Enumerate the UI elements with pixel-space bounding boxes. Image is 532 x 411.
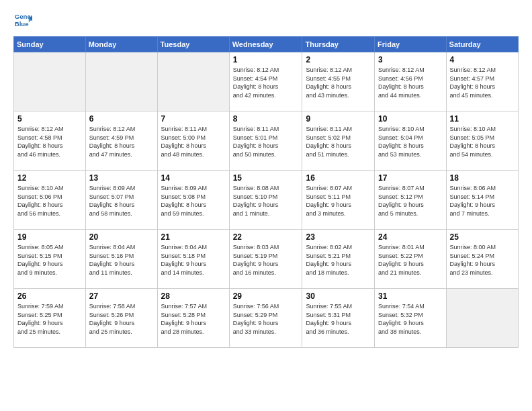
day-info: Sunrise: 8:11 AM Sunset: 5:00 PM Dayligh… (161, 125, 226, 158)
calendar-cell: 30Sunrise: 7:55 AM Sunset: 5:31 PM Dayli… (302, 289, 375, 348)
day-info: Sunrise: 8:12 AM Sunset: 4:55 PM Dayligh… (306, 66, 371, 99)
col-header-thursday: Thursday (302, 37, 375, 52)
calendar-cell (446, 289, 518, 348)
day-number: 27 (89, 291, 154, 301)
calendar-cell: 16Sunrise: 8:07 AM Sunset: 5:11 PM Dayli… (302, 171, 375, 230)
day-info: Sunrise: 8:06 AM Sunset: 5:14 PM Dayligh… (450, 184, 515, 218)
day-info: Sunrise: 8:11 AM Sunset: 5:02 PM Dayligh… (306, 125, 371, 158)
calendar-cell: 22Sunrise: 8:03 AM Sunset: 5:19 PM Dayli… (229, 230, 302, 289)
day-number: 6 (89, 114, 154, 124)
day-info: Sunrise: 8:12 AM Sunset: 4:59 PM Dayligh… (89, 125, 154, 158)
calendar-cell: 21Sunrise: 8:04 AM Sunset: 5:18 PM Dayli… (157, 230, 229, 289)
calendar-cell: 11Sunrise: 8:10 AM Sunset: 5:05 PM Dayli… (446, 111, 518, 171)
calendar-week-3: 19Sunrise: 8:05 AM Sunset: 5:15 PM Dayli… (14, 230, 519, 289)
day-number: 5 (17, 114, 82, 124)
day-info: Sunrise: 7:54 AM Sunset: 5:32 PM Dayligh… (378, 302, 442, 336)
calendar-week-2: 12Sunrise: 8:10 AM Sunset: 5:06 PM Dayli… (14, 171, 519, 230)
logo-icon: General Blue (13, 11, 32, 30)
day-number: 14 (161, 173, 226, 183)
day-number: 24 (378, 232, 442, 242)
calendar-week-4: 26Sunrise: 7:59 AM Sunset: 5:25 PM Dayli… (14, 289, 519, 348)
day-number: 22 (233, 232, 299, 242)
calendar-cell: 26Sunrise: 7:59 AM Sunset: 5:25 PM Dayli… (14, 289, 86, 348)
day-info: Sunrise: 8:04 AM Sunset: 5:18 PM Dayligh… (161, 243, 226, 277)
day-number: 17 (378, 173, 442, 183)
svg-text:Blue: Blue (15, 20, 29, 28)
calendar-cell: 18Sunrise: 8:06 AM Sunset: 5:14 PM Dayli… (446, 171, 518, 230)
day-info: Sunrise: 7:56 AM Sunset: 5:29 PM Dayligh… (233, 302, 299, 336)
day-info: Sunrise: 8:02 AM Sunset: 5:21 PM Dayligh… (306, 243, 371, 277)
day-info: Sunrise: 8:12 AM Sunset: 4:57 PM Dayligh… (450, 66, 515, 99)
day-info: Sunrise: 8:07 AM Sunset: 5:11 PM Dayligh… (306, 184, 371, 218)
day-number: 9 (306, 114, 371, 124)
col-header-wednesday: Wednesday (229, 37, 302, 52)
day-info: Sunrise: 8:12 AM Sunset: 4:56 PM Dayligh… (378, 66, 442, 99)
day-number: 7 (161, 114, 226, 124)
calendar-cell (85, 52, 157, 111)
day-info: Sunrise: 8:12 AM Sunset: 4:54 PM Dayligh… (233, 66, 299, 99)
page: General Blue SundayMondayTuesdayWednesda… (0, 0, 532, 411)
day-number: 1 (233, 55, 299, 64)
day-info: Sunrise: 7:58 AM Sunset: 5:26 PM Dayligh… (89, 302, 154, 336)
calendar-cell (14, 52, 86, 111)
calendar-cell: 8Sunrise: 8:11 AM Sunset: 5:01 PM Daylig… (229, 111, 302, 171)
calendar-cell: 4Sunrise: 8:12 AM Sunset: 4:57 PM Daylig… (446, 52, 518, 111)
calendar-cell: 29Sunrise: 7:56 AM Sunset: 5:29 PM Dayli… (229, 289, 302, 348)
day-number: 23 (306, 232, 371, 242)
col-header-saturday: Saturday (446, 37, 518, 52)
calendar-cell: 24Sunrise: 8:01 AM Sunset: 5:22 PM Dayli… (375, 230, 446, 289)
day-info: Sunrise: 8:05 AM Sunset: 5:15 PM Dayligh… (17, 243, 82, 277)
col-header-monday: Monday (85, 37, 157, 52)
day-number: 3 (378, 55, 442, 64)
day-number: 12 (17, 173, 82, 183)
calendar-cell: 2Sunrise: 8:12 AM Sunset: 4:55 PM Daylig… (302, 52, 375, 111)
calendar-table: SundayMondayTuesdayWednesdayThursdayFrid… (13, 36, 519, 348)
calendar-cell: 20Sunrise: 8:04 AM Sunset: 5:16 PM Dayli… (85, 230, 157, 289)
day-info: Sunrise: 8:03 AM Sunset: 5:19 PM Dayligh… (233, 243, 299, 277)
day-info: Sunrise: 8:10 AM Sunset: 5:06 PM Dayligh… (17, 184, 82, 218)
calendar-cell: 9Sunrise: 8:11 AM Sunset: 5:02 PM Daylig… (302, 111, 375, 171)
calendar-cell: 23Sunrise: 8:02 AM Sunset: 5:21 PM Dayli… (302, 230, 375, 289)
day-number: 16 (306, 173, 371, 183)
calendar-cell: 6Sunrise: 8:12 AM Sunset: 4:59 PM Daylig… (85, 111, 157, 171)
col-header-friday: Friday (375, 37, 446, 52)
day-number: 2 (306, 55, 371, 64)
col-header-tuesday: Tuesday (157, 37, 229, 52)
header: General Blue (13, 11, 519, 30)
col-header-sunday: Sunday (14, 37, 86, 52)
day-number: 19 (17, 232, 82, 242)
day-info: Sunrise: 7:57 AM Sunset: 5:28 PM Dayligh… (161, 302, 226, 336)
calendar-cell: 14Sunrise: 8:09 AM Sunset: 5:08 PM Dayli… (157, 171, 229, 230)
calendar-cell: 5Sunrise: 8:12 AM Sunset: 4:58 PM Daylig… (14, 111, 86, 171)
day-info: Sunrise: 8:09 AM Sunset: 5:07 PM Dayligh… (89, 184, 154, 218)
day-info: Sunrise: 8:08 AM Sunset: 5:10 PM Dayligh… (233, 184, 299, 218)
calendar-cell: 15Sunrise: 8:08 AM Sunset: 5:10 PM Dayli… (229, 171, 302, 230)
day-number: 26 (17, 291, 82, 301)
calendar-week-1: 5Sunrise: 8:12 AM Sunset: 4:58 PM Daylig… (14, 111, 519, 171)
logo: General Blue (13, 11, 36, 30)
day-number: 28 (161, 291, 226, 301)
day-info: Sunrise: 8:09 AM Sunset: 5:08 PM Dayligh… (161, 184, 226, 218)
day-number: 8 (233, 114, 299, 124)
calendar-cell: 10Sunrise: 8:10 AM Sunset: 5:04 PM Dayli… (375, 111, 446, 171)
calendar-cell: 1Sunrise: 8:12 AM Sunset: 4:54 PM Daylig… (229, 52, 302, 111)
calendar-week-0: 1Sunrise: 8:12 AM Sunset: 4:54 PM Daylig… (14, 52, 519, 111)
calendar-cell: 19Sunrise: 8:05 AM Sunset: 5:15 PM Dayli… (14, 230, 86, 289)
calendar-cell: 25Sunrise: 8:00 AM Sunset: 5:24 PM Dayli… (446, 230, 518, 289)
day-info: Sunrise: 8:10 AM Sunset: 5:04 PM Dayligh… (378, 125, 442, 158)
day-number: 4 (450, 55, 515, 64)
day-number: 20 (89, 232, 154, 242)
day-number: 11 (450, 114, 515, 124)
calendar-cell: 27Sunrise: 7:58 AM Sunset: 5:26 PM Dayli… (85, 289, 157, 348)
day-info: Sunrise: 8:10 AM Sunset: 5:05 PM Dayligh… (450, 125, 515, 158)
day-number: 31 (378, 291, 442, 301)
day-info: Sunrise: 7:55 AM Sunset: 5:31 PM Dayligh… (306, 302, 371, 336)
day-number: 18 (450, 173, 515, 183)
day-number: 30 (306, 291, 371, 301)
day-info: Sunrise: 8:04 AM Sunset: 5:16 PM Dayligh… (89, 243, 154, 277)
day-number: 15 (233, 173, 299, 183)
day-info: Sunrise: 8:00 AM Sunset: 5:24 PM Dayligh… (450, 243, 515, 277)
calendar-cell: 28Sunrise: 7:57 AM Sunset: 5:28 PM Dayli… (157, 289, 229, 348)
day-info: Sunrise: 7:59 AM Sunset: 5:25 PM Dayligh… (17, 302, 82, 336)
day-info: Sunrise: 8:11 AM Sunset: 5:01 PM Dayligh… (233, 125, 299, 158)
